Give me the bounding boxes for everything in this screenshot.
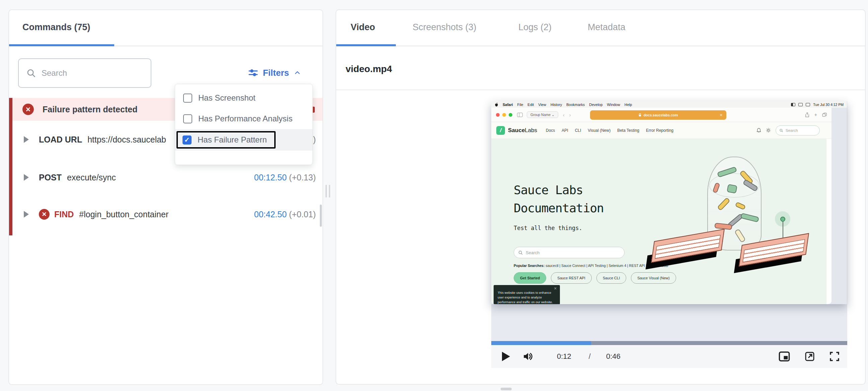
active-tab-underline [9,44,114,46]
horizontal-scrollbar[interactable] [501,388,512,390]
docs-header-search: Search [776,125,820,136]
command-row-post[interactable]: POST execute/sync 00:12.50 (+0.13) [9,168,322,187]
address-bar: docs.saucelabs.com ✕ [590,110,726,120]
notifications-bell-icon [756,128,761,133]
tab-logs[interactable]: Logs (2) [518,22,552,32]
menu-item: Safari [503,103,513,107]
video-file-title: video.mp4 [346,64,392,75]
tab-screenshots[interactable]: Screenshots (3) [412,22,476,32]
command-row-find[interactable]: ✕ FIND #login_button_container 00:42.50 … [9,205,322,224]
display-icon [791,103,795,106]
checkbox-icon[interactable] [183,93,192,103]
command-name: LOAD URL [39,135,82,144]
filter-option-has-screenshot[interactable]: Has Screenshot [175,87,312,108]
search-input[interactable] [41,68,135,78]
new-tab-icon: + [814,112,817,117]
sidebar-icon [517,113,523,117]
current-time: 0:12 [557,352,571,361]
cookie-close-icon: ✕ [554,286,557,291]
fullscreen-button[interactable] [829,351,840,362]
hero-search-box: Search [514,247,624,258]
expand-chevron-icon[interactable] [24,174,29,181]
filter-option-has-failure-pattern[interactable]: Has Failure Pattern [175,129,312,150]
hero-title-line2: Documentation [514,201,604,215]
checkbox-icon[interactable] [183,136,191,144]
safari-toolbar: Group Name ⌄ ‹› docs.saucelabs.com ✕ + [491,108,832,122]
error-icon: ✕ [23,104,34,115]
nav-item: Error Reporting [646,128,674,133]
picture-in-picture-button[interactable] [778,351,790,362]
tab-metadata[interactable]: Metadata [588,22,625,32]
menu-item: Develop [589,103,602,107]
get-started-button: Get Started [514,272,546,284]
menu-item: Bookmarks [566,103,585,107]
menu-item: File [517,103,523,107]
tab-close-icon: ✕ [720,113,723,117]
divider [336,89,865,90]
safari-window: Group Name ⌄ ‹› docs.saucelabs.com ✕ + [491,108,832,304]
command-value: execute/sync [67,173,116,183]
failure-banner-text: Failure pattern detected [42,105,137,114]
menu-item: Edit [527,103,534,107]
nav-item: Visual (New) [588,128,611,133]
stage-manager-icon [798,103,803,106]
command-value: #login_button_container [79,210,168,219]
back-forward-icons: ‹› [563,112,576,118]
hero-tagline: Test all the things. [514,225,582,231]
video-frame: Safari File Edit View History Bookmarks … [491,101,847,304]
video-progress-bar[interactable] [491,341,847,345]
docs-hero-section: Sauce Labs Documentation Test all the th… [491,139,827,304]
docs-nav: Docs API CLI Visual (New) Beta Testing E… [546,128,674,133]
tab-group-button: Group Name ⌄ [527,111,558,118]
nav-item: Beta Testing [617,128,639,133]
commands-panel: Commands (75) Filters [8,9,323,385]
focused-filter-option[interactable]: Has Failure Pattern [177,131,276,148]
command-name: POST [39,173,62,183]
checkbox-icon[interactable] [183,114,192,123]
menu-item: Window [607,103,620,107]
failure-group-stripe [9,98,12,235]
total-duration: 0:46 [606,352,621,361]
chevron-up-icon [293,69,302,76]
command-name: FIND [54,210,74,219]
sauce-rest-api-button: Sauce REST API [551,272,592,284]
nav-item: API [562,128,568,133]
error-icon: ✕ [39,209,50,220]
saucelabs-brand: SauceLabs [508,127,537,134]
command-search[interactable] [18,58,151,88]
command-time: 00:12.50 (+0.13) [254,173,316,183]
panel-resize-handle[interactable] [326,185,330,197]
nav-item: CLI [575,128,581,133]
docs-site-header: / SauceLabs Docs API CLI Visual (New) Be… [491,122,832,139]
mac-menu-bar: Safari File Edit View History Bookmarks … [491,101,847,108]
control-center-icon [806,103,810,106]
active-tab-underline [336,44,396,46]
filters-button[interactable]: Filters [247,64,302,81]
filter-option-has-performance-analysis[interactable]: Has Performance Analysis [175,108,312,129]
play-button[interactable] [502,352,510,361]
menu-item: Help [624,103,632,107]
video-player[interactable]: Safari File Edit View History Bookmarks … [491,101,847,368]
apple-icon [495,102,498,107]
expand-chevron-icon[interactable] [24,136,29,143]
filters-button-label: Filters [263,68,289,78]
menu-item: View [538,103,546,107]
popout-button[interactable] [804,351,815,362]
video-controls: 0:12 / 0:46 [491,345,847,368]
tab-video[interactable]: Video [351,22,375,32]
sauce-cli-button: Sauce CLI [596,272,626,284]
saucelabs-logo-icon: / [496,126,505,135]
menu-clock: Tue Jul 30 4:12 PM [813,103,843,107]
tab-commands[interactable]: Commands (75) [23,22,90,32]
traffic-lights [496,113,513,117]
expand-chevron-icon[interactable] [24,211,29,218]
pin-icon [780,217,785,222]
menu-item: History [551,103,562,107]
share-icon [805,112,809,117]
theme-sun-icon [766,128,771,133]
popular-searches: Popular Searches: saucectl | Sauce Conne… [514,263,668,268]
video-progress-fill [491,341,591,345]
volume-button[interactable] [522,351,534,362]
time-separator: / [589,352,591,361]
command-value: https://docs.saucelab [87,135,166,144]
